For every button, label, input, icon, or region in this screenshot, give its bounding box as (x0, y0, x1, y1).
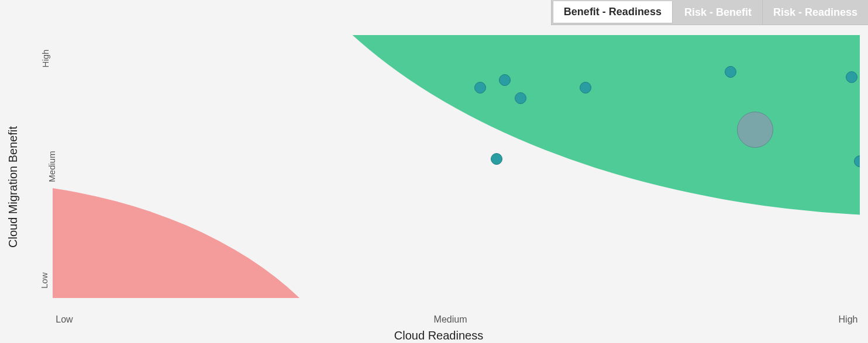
data-point[interactable] (499, 74, 511, 86)
data-point[interactable] (491, 153, 502, 165)
view-tabs: Benefit - Readiness Risk - Benefit Risk … (551, 0, 868, 25)
y-tick-high: High (40, 50, 50, 68)
x-tick-high: High (839, 314, 858, 325)
x-axis-label: Cloud Readiness (394, 329, 483, 342)
data-point[interactable] (474, 82, 486, 93)
tab-benefit-readiness[interactable]: Benefit - Readiness (553, 1, 673, 23)
y-axis-label: Cloud Migration Benefit (6, 126, 20, 248)
data-point[interactable] (580, 82, 591, 93)
y-tick-low: Low (39, 272, 49, 289)
tab-risk-readiness[interactable]: Risk - Readiness (763, 0, 868, 25)
tab-risk-benefit[interactable]: Risk - Benefit (674, 0, 763, 25)
data-point[interactable] (725, 66, 736, 78)
data-point[interactable] (846, 71, 857, 83)
scatter-chart: Cloud Migration Benefit Cloud Readiness … (18, 35, 860, 339)
band-pink (53, 181, 368, 298)
plot-area (53, 35, 860, 298)
x-tick-medium: Medium (434, 314, 467, 325)
data-point[interactable] (737, 112, 773, 148)
data-point[interactable] (515, 92, 526, 104)
x-tick-low: Low (56, 314, 73, 325)
